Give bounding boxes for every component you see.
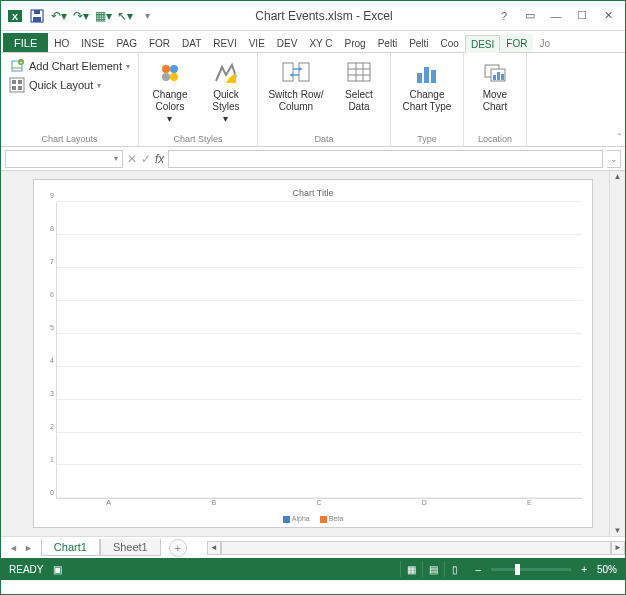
move-chart-icon <box>479 57 511 87</box>
maximize-icon[interactable]: ☐ <box>569 6 595 26</box>
hscroll-track[interactable] <box>221 541 611 555</box>
chart-y-axis[interactable]: 0123456789 <box>44 202 56 499</box>
qat-dropdown-icon[interactable]: ▾ <box>137 6 157 26</box>
tab-formulas[interactable]: FOR <box>143 34 176 52</box>
select-data-icon <box>343 57 375 87</box>
move-chart-button[interactable]: Move Chart <box>470 57 520 113</box>
select-data-button[interactable]: Select Data <box>334 57 384 113</box>
y-tick: 2 <box>50 423 54 430</box>
ribbon-display-icon[interactable]: ▭ <box>517 6 543 26</box>
undo-icon[interactable]: ↶▾ <box>49 6 69 26</box>
tab-addin-coo[interactable]: Coo <box>435 34 465 52</box>
svg-marker-21 <box>289 73 293 77</box>
group-label-data: Data <box>314 132 333 146</box>
group-chart-styles: Change Colors▾ Quick Styles▾ Chart Style… <box>139 53 258 146</box>
scroll-right-icon[interactable]: ► <box>611 541 625 555</box>
switch-row-column-button[interactable]: Switch Row/ Column <box>264 57 328 113</box>
tab-overflow[interactable]: Jo <box>533 34 556 52</box>
y-tick: 7 <box>50 258 54 265</box>
chart-title[interactable]: Chart Title <box>44 188 582 198</box>
sheet-tab-chart1[interactable]: Chart1 <box>41 539 100 556</box>
enter-formula-icon[interactable]: ✓ <box>141 152 151 166</box>
tab-insert[interactable]: INSE <box>75 34 110 52</box>
chart-object[interactable]: Chart Title 0123456789 ABCDE AlphaBeta <box>33 179 593 528</box>
name-box[interactable] <box>5 150 123 168</box>
svg-text:+: + <box>19 59 23 65</box>
chart-plot: 0123456789 <box>44 202 582 499</box>
sheet-nav-next-icon[interactable]: ► <box>24 543 33 553</box>
vertical-scrollbar[interactable]: ▲ ▼ <box>609 171 625 536</box>
add-chart-element-button[interactable]: + Add Chart Element ▾ <box>7 57 132 75</box>
tab-file[interactable]: FILE <box>3 33 48 52</box>
group-chart-layouts: + Add Chart Element ▾ Quick Layout ▾ Cha… <box>1 53 139 146</box>
svg-rect-27 <box>417 73 422 83</box>
group-label-location: Location <box>478 132 512 146</box>
x-tick: D <box>372 499 477 513</box>
qat-custom-icon[interactable]: ▦▾ <box>93 6 113 26</box>
change-colors-button[interactable]: Change Colors▾ <box>145 57 195 125</box>
new-sheet-button[interactable]: + <box>169 539 187 557</box>
horizontal-scrollbar[interactable]: ◄ ► <box>207 541 625 555</box>
change-chart-type-label: Change Chart Type <box>397 89 457 113</box>
y-tick: 6 <box>50 291 54 298</box>
x-tick: B <box>161 499 266 513</box>
view-page-break-icon[interactable]: ▯ <box>444 561 466 577</box>
save-icon[interactable] <box>27 6 47 26</box>
expand-formula-bar-icon[interactable]: ⌄ <box>607 150 621 168</box>
svg-rect-19 <box>299 63 309 81</box>
tab-home[interactable]: HO <box>48 34 75 52</box>
x-tick: A <box>56 499 161 513</box>
tab-design[interactable]: DESI <box>465 35 500 53</box>
chart-plot-area[interactable] <box>56 202 582 499</box>
formula-bar: ✕ ✓ fx ⌄ <box>1 147 625 171</box>
formula-input[interactable] <box>168 150 603 168</box>
chart-x-axis[interactable]: ABCDE <box>56 499 582 513</box>
zoom-in-icon[interactable]: + <box>581 564 587 575</box>
svg-rect-3 <box>34 10 40 14</box>
change-colors-label: Change Colors <box>145 89 195 113</box>
scroll-left-icon[interactable]: ◄ <box>207 541 221 555</box>
tab-addin-pelti2[interactable]: Pelti <box>403 34 434 52</box>
tab-data[interactable]: DAT <box>176 34 207 52</box>
move-chart-label: Move Chart <box>470 89 520 113</box>
scroll-down-icon[interactable]: ▼ <box>613 525 623 536</box>
close-icon[interactable]: ✕ <box>595 6 621 26</box>
fx-label[interactable]: fx <box>155 152 164 166</box>
sheet-tab-sheet1[interactable]: Sheet1 <box>100 539 161 556</box>
change-chart-type-button[interactable]: Change Chart Type <box>397 57 457 113</box>
legend-item[interactable]: Alpha <box>283 515 310 523</box>
view-normal-icon[interactable]: ▦ <box>400 561 422 577</box>
macro-record-icon[interactable]: ▣ <box>53 564 62 575</box>
sheet-nav-prev-icon[interactable]: ◄ <box>9 543 18 553</box>
tab-developer[interactable]: DEV <box>271 34 304 52</box>
tab-addin-xyc[interactable]: XY C <box>303 34 338 52</box>
cursor-icon[interactable]: ↖▾ <box>115 6 135 26</box>
chart-legend[interactable]: AlphaBeta <box>44 515 582 523</box>
quick-layout-label: Quick Layout <box>29 79 93 91</box>
tab-view[interactable]: VIE <box>243 34 271 52</box>
tab-review[interactable]: REVI <box>207 34 242 52</box>
zoom-out-icon[interactable]: – <box>476 564 482 575</box>
minimize-icon[interactable]: — <box>543 6 569 26</box>
collapse-ribbon-icon[interactable]: ˆ <box>618 133 621 144</box>
quick-layout-button[interactable]: Quick Layout ▾ <box>7 76 103 94</box>
svg-rect-29 <box>431 70 436 83</box>
cancel-formula-icon[interactable]: ✕ <box>127 152 137 166</box>
titlebar: X ↶▾ ↷▾ ▦▾ ↖▾ ▾ Chart Events.xlsm - Exce… <box>1 1 625 31</box>
tab-page-layout[interactable]: PAG <box>111 34 143 52</box>
scroll-up-icon[interactable]: ▲ <box>613 171 623 182</box>
tab-addin-prog[interactable]: Prog <box>339 34 372 52</box>
quick-styles-button[interactable]: Quick Styles▾ <box>201 57 251 125</box>
zoom-slider[interactable] <box>491 568 571 571</box>
tab-format[interactable]: FOR <box>500 34 533 52</box>
redo-icon[interactable]: ↷▾ <box>71 6 91 26</box>
zoom-level[interactable]: 50% <box>597 564 617 575</box>
svg-marker-20 <box>299 67 303 71</box>
tab-addin-pelti1[interactable]: Pelti <box>372 34 403 52</box>
sheet-tab-bar: ◄ ► Chart1 Sheet1 + ◄ ► <box>1 536 625 558</box>
legend-item[interactable]: Beta <box>320 515 343 523</box>
view-page-layout-icon[interactable]: ▤ <box>422 561 444 577</box>
group-location: Move Chart Location <box>464 53 527 146</box>
help-icon[interactable]: ? <box>491 6 517 26</box>
y-tick: 0 <box>50 489 54 496</box>
